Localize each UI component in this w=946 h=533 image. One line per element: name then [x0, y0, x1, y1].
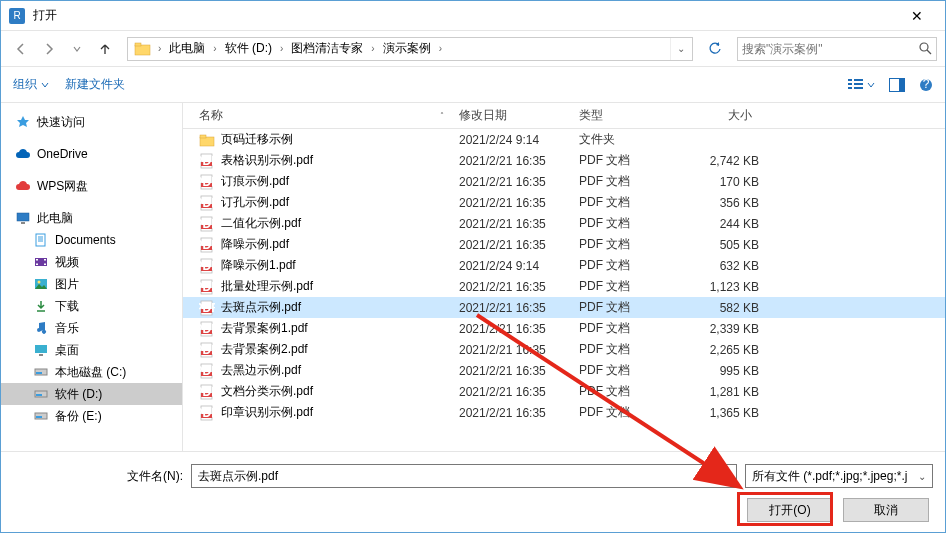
file-name: 批量处理示例.pdf [221, 278, 313, 295]
breadcrumb-part[interactable]: 图档清洁专家 [285, 38, 369, 59]
file-date: 2021/2/21 16:35 [459, 217, 579, 231]
file-row[interactable]: 页码迁移示例2021/2/24 9:14文件夹 [183, 129, 945, 150]
column-date[interactable]: 修改日期 [453, 103, 573, 128]
file-row[interactable]: PDF去斑点示例.pdf2021/2/21 16:35PDF 文档582 KB [183, 297, 945, 318]
file-size: 1,281 KB [679, 385, 769, 399]
sidebar-disk-d[interactable]: 软件 (D:) [1, 383, 182, 405]
cancel-button[interactable]: 取消 [843, 498, 929, 522]
file-row[interactable]: PDF去背景案例2.pdf2021/2/21 16:35PDF 文档2,265 … [183, 339, 945, 360]
close-button[interactable]: ✕ [897, 2, 937, 30]
svg-text:PDF: PDF [199, 364, 215, 378]
drive-icon [33, 386, 49, 402]
sidebar-downloads[interactable]: 下载 [1, 295, 182, 317]
file-date: 2021/2/21 16:35 [459, 322, 579, 336]
svg-rect-21 [36, 259, 38, 261]
svg-line-3 [927, 50, 931, 54]
sidebar-quick-access[interactable]: 快速访问 [1, 111, 182, 133]
organize-menu[interactable]: 组织 [13, 76, 49, 93]
sidebar-disk-c[interactable]: 本地磁盘 (C:) [1, 361, 182, 383]
open-button[interactable]: 打开(O) [747, 498, 833, 522]
svg-rect-24 [44, 264, 46, 266]
file-row[interactable]: PDF二值化示例.pdf2021/2/21 16:35PDF 文档244 KB [183, 213, 945, 234]
breadcrumb-part[interactable]: 此电脑 [163, 38, 211, 59]
preview-pane-button[interactable] [889, 78, 905, 92]
file-type: PDF 文档 [579, 215, 679, 232]
svg-text:PDF: PDF [199, 322, 215, 336]
sidebar-video[interactable]: 视频 [1, 251, 182, 273]
svg-rect-14 [17, 213, 29, 221]
recent-dropdown[interactable] [65, 37, 89, 61]
file-row[interactable]: PDF文档分类示例.pdf2021/2/21 16:35PDF 文档1,281 … [183, 381, 945, 402]
file-row[interactable]: PDF印章识别示例.pdf2021/2/21 16:35PDF 文档1,365 … [183, 402, 945, 423]
file-row[interactable]: PDF批量处理示例.pdf2021/2/21 16:35PDF 文档1,123 … [183, 276, 945, 297]
column-type[interactable]: 类型 [573, 103, 673, 128]
pdf-icon: PDF [199, 321, 215, 337]
file-row[interactable]: PDF去背景案例1.pdf2021/2/21 16:35PDF 文档2,339 … [183, 318, 945, 339]
view-menu[interactable] [847, 78, 875, 92]
sidebar-documents[interactable]: Documents [1, 229, 182, 251]
svg-text:PDF: PDF [199, 238, 215, 252]
breadcrumb-dropdown[interactable]: ⌄ [670, 38, 690, 60]
file-row[interactable]: PDF降噪示例.pdf2021/2/21 16:35PDF 文档505 KB [183, 234, 945, 255]
file-date: 2021/2/21 16:35 [459, 280, 579, 294]
forward-button[interactable] [37, 37, 61, 61]
file-name: 订孔示例.pdf [221, 194, 289, 211]
file-row[interactable]: PDF订痕示例.pdf2021/2/21 16:35PDF 文档170 KB [183, 171, 945, 192]
file-name: 去背景案例2.pdf [221, 341, 308, 358]
svg-point-2 [920, 43, 928, 51]
svg-text:PDF: PDF [199, 280, 215, 294]
breadcrumb-part[interactable]: 软件 (D:) [219, 38, 278, 59]
up-button[interactable] [93, 37, 117, 61]
sidebar-onedrive[interactable]: OneDrive [1, 143, 182, 165]
file-name: 降噪示例.pdf [221, 236, 289, 253]
sidebar-wps[interactable]: WPS网盘 [1, 175, 182, 197]
sidebar-pictures[interactable]: 图片 [1, 273, 182, 295]
search-box[interactable] [737, 37, 937, 61]
help-button[interactable]: ? [919, 78, 933, 92]
file-row[interactable]: PDF表格识别示例.pdf2021/2/21 16:35PDF 文档2,742 … [183, 150, 945, 171]
filename-label: 文件名(N): [13, 468, 183, 485]
svg-rect-11 [899, 79, 904, 91]
breadcrumb[interactable]: › 此电脑 › 软件 (D:) › 图档清洁专家 › 演示案例 › ⌄ [127, 37, 693, 61]
back-button[interactable] [9, 37, 33, 61]
file-type: PDF 文档 [579, 299, 679, 316]
search-input[interactable] [742, 42, 919, 56]
sidebar-this-pc[interactable]: 此电脑 [1, 207, 182, 229]
sidebar-disk-e[interactable]: 备份 (E:) [1, 405, 182, 427]
file-name: 去斑点示例.pdf [221, 299, 301, 316]
svg-rect-36 [200, 137, 214, 146]
sidebar-music[interactable]: 音乐 [1, 317, 182, 339]
star-icon [15, 114, 31, 130]
music-icon [33, 320, 49, 336]
file-row[interactable]: PDF去黑边示例.pdf2021/2/21 16:35PDF 文档995 KB [183, 360, 945, 381]
file-size: 170 KB [679, 175, 769, 189]
new-folder-button[interactable]: 新建文件夹 [65, 76, 125, 93]
svg-rect-0 [135, 45, 150, 55]
dialog-body: 快速访问 OneDrive WPS网盘 此电脑 Documents [1, 103, 945, 451]
file-list-area: 名称 ˄ 修改日期 类型 大小 页码迁移示例2021/2/24 9:14文件夹P… [183, 103, 945, 451]
column-name[interactable]: 名称 ˄ [193, 103, 453, 128]
video-icon [33, 254, 49, 270]
pdf-icon: PDF [199, 300, 215, 316]
file-date: 2021/2/24 9:14 [459, 133, 579, 147]
sidebar-desktop[interactable]: 桌面 [1, 339, 182, 361]
svg-rect-16 [36, 234, 45, 246]
pdf-icon: PDF [199, 405, 215, 421]
file-list[interactable]: 页码迁移示例2021/2/24 9:14文件夹PDF表格识别示例.pdf2021… [183, 129, 945, 451]
file-type: PDF 文档 [579, 173, 679, 190]
file-row[interactable]: PDF降噪示例1.pdf2021/2/24 9:14PDF 文档632 KB [183, 255, 945, 276]
file-name: 表格识别示例.pdf [221, 152, 313, 169]
chevron-down-icon[interactable]: ⌄ [918, 471, 926, 482]
svg-text:PDF: PDF [199, 385, 215, 399]
svg-rect-9 [854, 87, 863, 89]
file-type-filter[interactable]: 所有文件 (*.pdf;*.jpg;*.jpeg;*.j ⌄ [745, 464, 933, 488]
pdf-icon: PDF [199, 174, 215, 190]
filename-input[interactable]: 去斑点示例.pdf ⌄ [191, 464, 737, 488]
pdf-icon: PDF [199, 279, 215, 295]
column-size[interactable]: 大小 [673, 103, 763, 128]
chevron-down-icon[interactable]: ⌄ [722, 471, 730, 482]
pdf-icon: PDF [199, 384, 215, 400]
breadcrumb-part[interactable]: 演示案例 [377, 38, 437, 59]
refresh-button[interactable] [703, 37, 727, 61]
file-row[interactable]: PDF订孔示例.pdf2021/2/21 16:35PDF 文档356 KB [183, 192, 945, 213]
